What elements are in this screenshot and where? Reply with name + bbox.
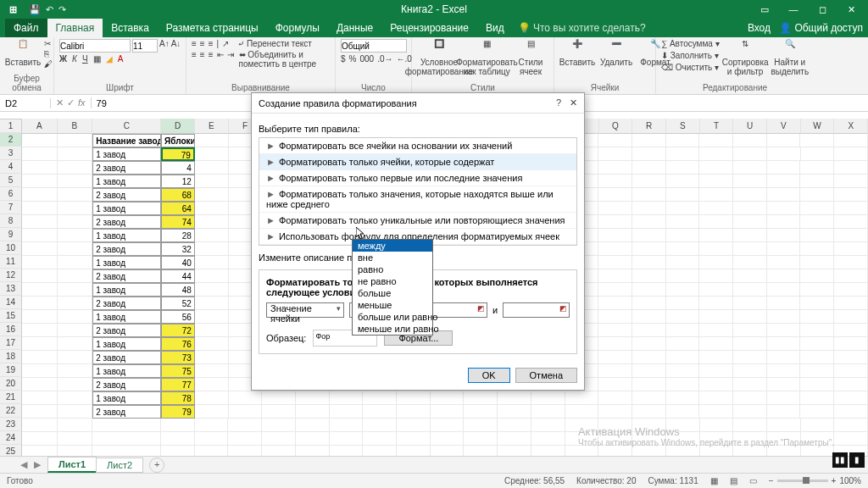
cell[interactable] (699, 229, 733, 242)
cell[interactable] (666, 310, 700, 324)
currency-icon[interactable]: $ (341, 54, 346, 64)
cell[interactable]: 28 (161, 229, 195, 242)
row-header[interactable]: 6 (0, 187, 22, 201)
cell[interactable] (195, 405, 229, 419)
cell[interactable] (834, 147, 868, 161)
cell[interactable]: 2 завод (92, 215, 161, 229)
cell[interactable] (498, 419, 531, 432)
cell[interactable] (22, 283, 58, 297)
cell[interactable] (161, 432, 195, 446)
cell[interactable] (498, 405, 531, 419)
cell[interactable] (296, 419, 330, 432)
cell[interactable] (767, 242, 801, 256)
ribbon-tab-вид[interactable]: Вид (477, 19, 513, 37)
cell[interactable] (397, 446, 431, 456)
cell[interactable] (296, 405, 330, 419)
cell[interactable] (598, 405, 632, 419)
autosum-button[interactable]: ∑ Автосумма ▾ (661, 39, 720, 48)
cell[interactable] (195, 446, 229, 456)
cell[interactable] (58, 269, 93, 283)
cell-styles-button[interactable]: ▤Стили ячеек (513, 39, 548, 76)
cell[interactable] (699, 161, 733, 175)
cell[interactable] (531, 419, 565, 432)
cell[interactable] (733, 215, 767, 229)
cell[interactable] (296, 446, 330, 456)
cell[interactable] (262, 419, 296, 432)
cell[interactable] (733, 310, 767, 324)
cell[interactable] (834, 378, 868, 391)
cell[interactable] (767, 405, 801, 419)
cell[interactable]: 1 завод (92, 147, 161, 161)
cell[interactable] (330, 391, 364, 405)
col-header[interactable]: E (195, 119, 229, 134)
cell[interactable] (58, 351, 93, 364)
cell[interactable] (464, 419, 498, 432)
row-header[interactable]: 2 (0, 133, 22, 147)
cell[interactable] (767, 391, 801, 405)
ribbon-tab-данные[interactable]: Данные (328, 19, 381, 37)
cell[interactable] (699, 283, 733, 297)
cell[interactable] (666, 378, 700, 391)
cell[interactable] (699, 337, 733, 351)
cell[interactable] (531, 405, 565, 419)
tab-nav-prev-icon[interactable]: ◀ (20, 459, 27, 470)
cell[interactable]: 79 (161, 405, 195, 419)
cell[interactable] (92, 446, 161, 456)
rule-type-option[interactable]: ►Форматировать только значения, которые … (259, 186, 576, 213)
cell[interactable]: 64 (161, 202, 195, 215)
cell[interactable] (58, 419, 93, 432)
cell[interactable] (733, 161, 767, 175)
cell[interactable] (598, 202, 632, 215)
cell[interactable] (632, 364, 666, 378)
cell[interactable] (195, 310, 229, 324)
cell[interactable] (195, 364, 229, 378)
cell[interactable] (531, 446, 565, 456)
row-header[interactable]: 17 (0, 336, 22, 350)
signin-link[interactable]: Вход (748, 22, 771, 34)
cancel-formula-icon[interactable]: ✕ (56, 97, 64, 108)
cell[interactable] (161, 419, 195, 432)
cell[interactable] (834, 324, 868, 337)
cell[interactable] (22, 364, 58, 378)
cell[interactable] (666, 188, 700, 202)
rule-type-option[interactable]: ►Форматировать только уникальные или пов… (259, 213, 576, 229)
cell[interactable] (699, 256, 733, 269)
inc-decimal-icon[interactable]: .0→ (377, 54, 392, 64)
view-pagebreak-icon[interactable]: ▭ (749, 476, 757, 485)
sort-filter-button[interactable]: ⇅Сортировка и фильтр (723, 39, 768, 76)
cell[interactable] (363, 419, 397, 432)
cell[interactable] (195, 256, 229, 269)
cell[interactable]: 2 завод (92, 161, 161, 175)
cell[interactable] (733, 405, 767, 419)
align-center-icon[interactable]: ≡ (200, 50, 205, 69)
find-select-button[interactable]: 🔍Найти и выделить (771, 39, 809, 76)
cell[interactable] (431, 446, 465, 456)
rule-type-list[interactable]: ►Форматировать все ячейки на основании и… (259, 137, 577, 246)
cell[interactable] (834, 256, 868, 269)
rule-type-option[interactable]: ►Форматировать только ячейки, которые со… (259, 154, 576, 170)
cell[interactable]: 75 (161, 364, 195, 378)
cell[interactable] (58, 134, 93, 147)
cell[interactable] (397, 432, 431, 446)
row-header[interactable]: 11 (0, 255, 22, 269)
cell[interactable] (598, 310, 632, 324)
row-header[interactable]: 22 (0, 404, 22, 418)
indent-inc-icon[interactable]: ⇥ (227, 50, 234, 69)
cell[interactable] (22, 202, 58, 215)
cell[interactable]: 77 (161, 378, 195, 391)
grow-font-icon[interactable]: A↑ (159, 39, 170, 53)
cell[interactable] (565, 391, 599, 405)
cell[interactable] (363, 432, 397, 446)
cell[interactable]: 1 завод (92, 364, 161, 378)
cell[interactable] (800, 337, 834, 351)
cell[interactable] (834, 202, 868, 215)
cell[interactable] (800, 297, 834, 310)
cell[interactable] (195, 324, 229, 337)
dialog-close-icon[interactable]: ✕ (570, 97, 577, 108)
cell[interactable] (767, 134, 801, 147)
row-header[interactable]: 4 (0, 160, 22, 174)
share-button[interactable]: 👤 Общий доступ (779, 22, 863, 34)
cell[interactable] (598, 297, 632, 310)
cell[interactable]: 1 завод (92, 337, 161, 351)
cell[interactable] (632, 324, 666, 337)
